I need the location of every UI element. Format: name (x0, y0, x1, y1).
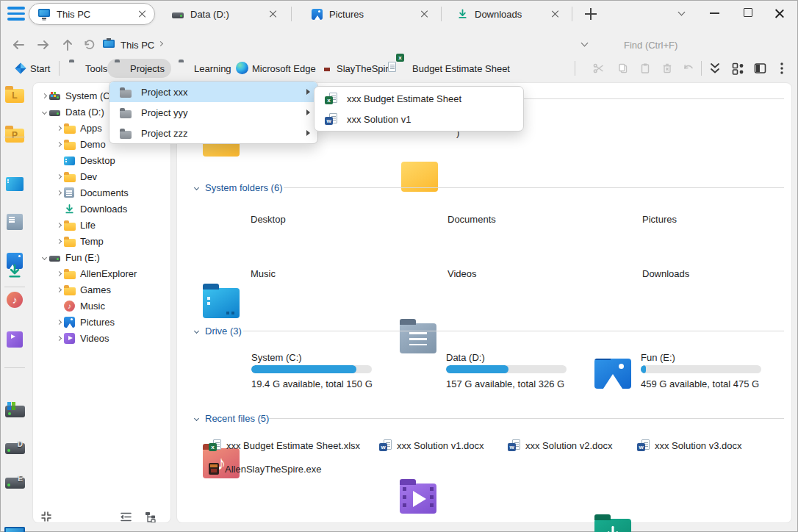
find-input[interactable]: Find (Ctrl+F) (624, 40, 677, 51)
rail-music-icon[interactable]: ♪ (7, 292, 23, 308)
toolbar-tools[interactable]: Tools (85, 63, 107, 74)
tree-item-videos[interactable]: Videos (33, 330, 165, 346)
tab-close-icon[interactable] (551, 10, 558, 18)
addressbar-chevron-down-icon[interactable] (581, 40, 589, 47)
system-folder-pictures-icon[interactable] (594, 359, 631, 389)
section-chevron-icon[interactable] (194, 328, 199, 334)
double-chevron-down-icon[interactable] (709, 62, 721, 75)
recent-file-exe[interactable]: AllenSlayTheSpire.exe (209, 463, 322, 475)
tab-close-icon[interactable] (420, 10, 428, 18)
paste-icon[interactable] (639, 62, 651, 74)
minimize-icon[interactable] (710, 12, 719, 14)
hamburger-menu-icon[interactable] (7, 7, 25, 21)
back-icon[interactable] (12, 39, 25, 51)
chevron-right-icon[interactable] (56, 335, 61, 340)
undo-icon[interactable] (682, 62, 695, 74)
recent-file-docx-v3[interactable]: xxx Solution v3.docx (637, 439, 742, 451)
tab-downloads[interactable]: Downloads (448, 3, 567, 25)
up-icon[interactable] (62, 38, 73, 51)
section-chevron-icon[interactable] (194, 185, 199, 190)
tree-item-documents[interactable]: Documents (33, 184, 165, 201)
cut-icon[interactable] (592, 62, 605, 74)
recent-file-xlsx[interactable]: xxx Budget Estimate Sheet.xlsx (209, 439, 360, 451)
toolbar-projects[interactable]: Projects (130, 63, 165, 74)
forward-icon[interactable] (37, 39, 50, 51)
section-recent-files-header[interactable]: Recent files (5) (195, 413, 269, 424)
menu-item-project-zzz[interactable]: Project zzz (109, 123, 317, 143)
rail-desktop-icon[interactable] (6, 177, 24, 191)
tree-item-dev[interactable]: Dev (33, 168, 165, 184)
maximize-icon[interactable] (744, 8, 752, 17)
panel-layout-icon[interactable] (754, 62, 766, 74)
tree-view-icon[interactable] (145, 511, 157, 522)
tab-close-icon[interactable] (269, 10, 276, 18)
system-folder-label[interactable]: Music (251, 268, 276, 279)
chevron-right-icon[interactable] (56, 141, 61, 146)
new-tab-button[interactable] (584, 7, 597, 21)
titlebar-chevron-down-icon[interactable] (678, 9, 686, 16)
copy-icon[interactable] (617, 62, 629, 74)
system-folder-label[interactable]: Documents (447, 214, 496, 225)
system-folder-label[interactable]: Desktop (251, 214, 286, 225)
chevron-down-icon[interactable] (41, 254, 46, 259)
chevron-right-icon[interactable] (56, 173, 61, 179)
window-close-icon[interactable] (775, 9, 784, 18)
rail-downloads-icon[interactable] (7, 263, 23, 279)
section-system-folders-header[interactable]: System folders (6) (195, 182, 282, 193)
delete-icon[interactable] (661, 62, 673, 74)
tree-item-temp[interactable]: Temp (33, 233, 165, 249)
menu-item-project-yyy[interactable]: Project yyy (109, 102, 317, 123)
rail-this-pc-icon[interactable] (5, 406, 25, 417)
chevron-down-icon[interactable] (41, 109, 46, 114)
toolbar-learning[interactable]: Learning (194, 63, 231, 74)
toolbar-edge[interactable]: Microsoft Edge (252, 63, 316, 74)
tree-item-desktop[interactable]: Desktop (33, 152, 165, 168)
breadcrumb-chevron-icon[interactable] (158, 41, 163, 46)
submenu-item-solution-v1[interactable]: xxx Solution v1 (314, 109, 523, 129)
toolbar-slaythespire[interactable]: SlayTheSpire (337, 63, 394, 74)
collapse-all-icon[interactable] (40, 511, 52, 522)
rail-pinned-folder-p[interactable]: P (5, 129, 24, 143)
tree-item-pictures[interactable]: Pictures (33, 314, 165, 330)
drive-name[interactable]: System (C:) (251, 352, 302, 363)
chevron-right-icon[interactable] (56, 190, 61, 195)
rail-videos-icon[interactable] (7, 331, 23, 348)
recent-file-docx-v1[interactable]: xxx Solution v1.docx (379, 439, 484, 451)
tree-item-games[interactable]: Games (33, 281, 165, 298)
tree-item-downloads[interactable]: Downloads (33, 201, 165, 217)
toolbar-budget-sheet[interactable]: Budget Estimate Sheet (412, 63, 510, 74)
tab-data-d[interactable]: Data (D:) (163, 3, 285, 25)
system-folder-downloads-icon[interactable] (594, 519, 631, 532)
drive-name[interactable]: Data (D:) (446, 352, 485, 363)
chevron-right-icon[interactable] (56, 270, 61, 276)
system-folder-documents-icon[interactable] (400, 323, 436, 353)
tree-item-allenexplorer[interactable]: AllenExplorer (33, 265, 165, 281)
section-drive-header[interactable]: Drive (3) (195, 326, 242, 337)
rail-pinned-folder-l[interactable]: L (5, 89, 24, 103)
chevron-right-icon[interactable] (41, 93, 46, 98)
tab-this-pc[interactable]: This PC (29, 3, 155, 25)
chevron-right-icon[interactable] (56, 319, 61, 324)
breadcrumb[interactable]: This PC (121, 40, 154, 51)
system-folder-videos-icon[interactable] (400, 484, 436, 514)
tab-close-icon[interactable] (138, 10, 145, 18)
toolbar-start[interactable]: Start (30, 63, 50, 74)
outdent-icon[interactable] (120, 511, 132, 522)
rail-documents-icon[interactable] (7, 214, 23, 230)
system-folder-label[interactable]: Downloads (642, 268, 689, 279)
system-folder-desktop-icon[interactable] (203, 288, 240, 318)
submenu-item-budget-sheet[interactable]: xxx Budget Estimate Sheet (314, 88, 523, 109)
undo-history-icon[interactable] (83, 39, 96, 51)
chevron-right-icon[interactable] (56, 287, 61, 292)
chevron-right-icon[interactable] (56, 125, 61, 130)
rail-drive-d-icon[interactable]: D (5, 443, 25, 454)
menu-item-project-xxx[interactable]: Project xxx (109, 82, 317, 102)
section-chevron-icon[interactable] (194, 416, 199, 421)
tree-item-fun-e[interactable]: Fun (E:) (33, 249, 165, 265)
drive-name[interactable]: Fun (E:) (641, 352, 675, 363)
more-options-icon[interactable] (780, 62, 784, 75)
chevron-right-icon[interactable] (56, 238, 61, 243)
view-grid-icon[interactable] (732, 62, 744, 75)
chevron-right-icon[interactable] (56, 222, 61, 227)
tab-pictures[interactable]: Pictures (303, 3, 436, 25)
